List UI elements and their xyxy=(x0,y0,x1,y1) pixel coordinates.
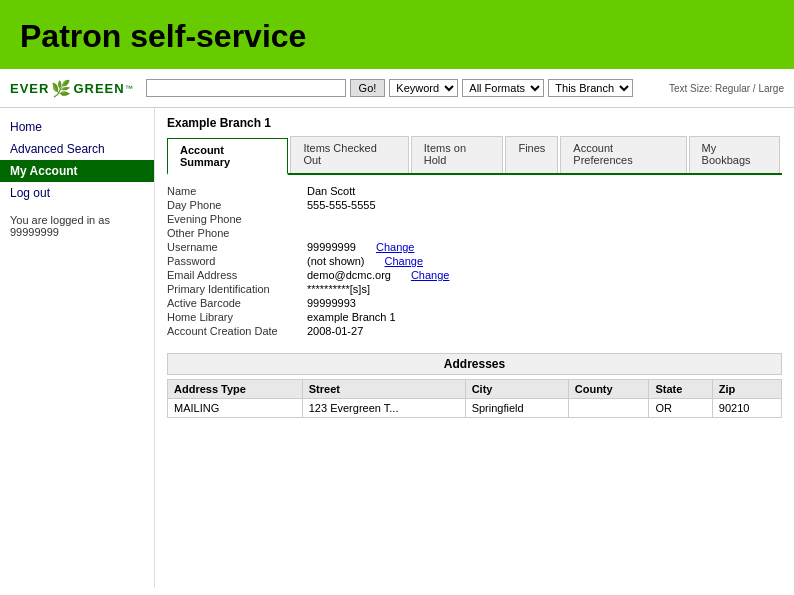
field-value-home-library: example Branch 1 xyxy=(307,311,396,323)
addresses-table: Address Type Street City County State Zi… xyxy=(167,379,782,418)
field-label-email: Email Address xyxy=(167,269,307,281)
cell-state: OR xyxy=(649,399,712,418)
field-value-barcode: 99999993 xyxy=(307,297,356,309)
table-row: MAILING 123 Evergreen T... Springfield O… xyxy=(168,399,782,418)
change-username-link[interactable]: Change xyxy=(376,241,415,253)
addresses-section: Addresses Address Type Street City Count… xyxy=(167,353,782,418)
field-label-home-library: Home Library xyxy=(167,311,307,323)
go-button[interactable]: Go! xyxy=(350,79,386,97)
field-row-home-library: Home Library example Branch 1 xyxy=(167,311,782,323)
tab-fines[interactable]: Fines xyxy=(505,136,558,173)
keyword-select[interactable]: Keyword xyxy=(389,79,458,97)
field-label-evening-phone: Evening Phone xyxy=(167,213,307,225)
field-row-name: Name Dan Scott xyxy=(167,185,782,197)
top-nav: EVER 🌿 GREEN ™ Go! Keyword All Formats T… xyxy=(0,69,794,108)
col-zip: Zip xyxy=(712,380,781,399)
field-row-day-phone: Day Phone 555-555-5555 xyxy=(167,199,782,211)
account-summary: Name Dan Scott Day Phone 555-555-5555 Ev… xyxy=(167,185,782,337)
branch-label: Example Branch 1 xyxy=(167,116,782,130)
sidebar-item-home[interactable]: Home xyxy=(0,116,154,138)
field-row-password: Password (not shown) Change xyxy=(167,255,782,267)
tabs: Account Summary Items Checked Out Items … xyxy=(167,136,782,175)
field-label-primary-id: Primary Identification xyxy=(167,283,307,295)
sidebar: Home Advanced Search My Account Log out … xyxy=(0,108,155,588)
col-county: County xyxy=(568,380,649,399)
change-email-link[interactable]: Change xyxy=(411,269,450,281)
main-layout: Home Advanced Search My Account Log out … xyxy=(0,108,794,588)
col-street: Street xyxy=(302,380,465,399)
field-row-username: Username 99999999 Change xyxy=(167,241,782,253)
tab-my-bookbags[interactable]: My Bookbags xyxy=(689,136,780,173)
field-value-password: (not shown) xyxy=(307,255,364,267)
branch-select[interactable]: This Branch xyxy=(548,79,633,97)
field-label-name: Name xyxy=(167,185,307,197)
cell-county xyxy=(568,399,649,418)
cell-zip: 90210 xyxy=(712,399,781,418)
field-value-username: 99999999 xyxy=(307,241,356,253)
logo-trademark: ™ xyxy=(125,84,133,93)
field-row-evening-phone: Evening Phone xyxy=(167,213,782,225)
field-label-other-phone: Other Phone xyxy=(167,227,307,239)
logo-leaf-icon: 🌿 xyxy=(51,79,71,98)
field-value-email: demo@dcmc.org xyxy=(307,269,391,281)
text-size-label: Text Size: Regular / Large xyxy=(669,83,784,94)
cell-address-type: MAILING xyxy=(168,399,303,418)
content-area: Example Branch 1 Account Summary Items C… xyxy=(155,108,794,588)
field-value-creation-date: 2008-01-27 xyxy=(307,325,363,337)
field-row-primary-id: Primary Identification **********[s]s] xyxy=(167,283,782,295)
sidebar-item-logout[interactable]: Log out xyxy=(0,182,154,204)
format-select[interactable]: All Formats xyxy=(462,79,544,97)
page-title: Patron self-service xyxy=(20,18,774,55)
field-label-barcode: Active Barcode xyxy=(167,297,307,309)
change-password-link[interactable]: Change xyxy=(384,255,423,267)
tab-account-summary[interactable]: Account Summary xyxy=(167,138,288,175)
field-row-barcode: Active Barcode 99999993 xyxy=(167,297,782,309)
col-city: City xyxy=(465,380,568,399)
col-address-type: Address Type xyxy=(168,380,303,399)
field-value-primary-id: **********[s]s] xyxy=(307,283,370,295)
cell-street: 123 Evergreen T... xyxy=(302,399,465,418)
addresses-title: Addresses xyxy=(167,353,782,375)
field-row-other-phone: Other Phone xyxy=(167,227,782,239)
sidebar-item-my-account[interactable]: My Account xyxy=(0,160,154,182)
logo-text: EVER xyxy=(10,81,49,96)
col-state: State xyxy=(649,380,712,399)
logged-in-user: 99999999 xyxy=(10,226,59,238)
logo-text-2: GREEN xyxy=(73,81,124,96)
logged-in-label: You are logged in as xyxy=(10,214,110,226)
field-label-username: Username xyxy=(167,241,307,253)
search-input[interactable] xyxy=(146,79,346,97)
field-label-creation-date: Account Creation Date xyxy=(167,325,307,337)
tab-account-preferences[interactable]: Account Preferences xyxy=(560,136,686,173)
field-value-name: Dan Scott xyxy=(307,185,355,197)
sidebar-item-advanced-search[interactable]: Advanced Search xyxy=(0,138,154,160)
logo: EVER 🌿 GREEN ™ xyxy=(10,73,110,103)
field-label-password: Password xyxy=(167,255,307,267)
tab-items-checked-out[interactable]: Items Checked Out xyxy=(290,136,408,173)
field-value-day-phone: 555-555-5555 xyxy=(307,199,376,211)
cell-city: Springfield xyxy=(465,399,568,418)
field-row-email: Email Address demo@dcmc.org Change xyxy=(167,269,782,281)
field-label-day-phone: Day Phone xyxy=(167,199,307,211)
tab-items-on-hold[interactable]: Items on Hold xyxy=(411,136,504,173)
top-nav-left: EVER 🌿 GREEN ™ xyxy=(10,73,110,103)
header-title-bar: Patron self-service xyxy=(0,0,794,69)
search-bar: Go! Keyword All Formats This Branch xyxy=(146,79,634,97)
field-row-creation-date: Account Creation Date 2008-01-27 xyxy=(167,325,782,337)
top-controls: Text Size: Regular / Large xyxy=(669,83,784,94)
logged-in-info: You are logged in as 99999999 xyxy=(0,208,154,244)
